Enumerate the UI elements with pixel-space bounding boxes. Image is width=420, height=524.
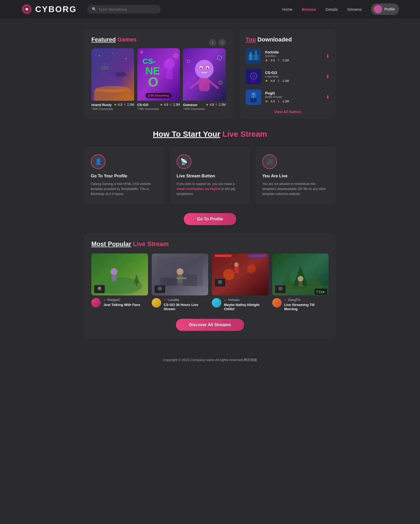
streamer-name-wrap-3: ✔ Areluwa xyxy=(224,298,269,302)
how-card-profile: 👤 Go To Your Profile Cyborg Gaming is fr… xyxy=(84,146,165,205)
td-info-fortnite: Fortnite Sandbox ★ 4.9 ⬇ 2.2M xyxy=(265,50,322,62)
nav-streams[interactable]: Streams xyxy=(347,7,362,12)
go-to-profile-button[interactable]: Go To Profile xyxy=(184,213,236,225)
how-to-title: How To Start Your Live Stream xyxy=(84,130,336,139)
carousel-next[interactable]: › xyxy=(218,39,226,46)
paypal-link[interactable]: small contribution via PayPal xyxy=(177,187,220,191)
top-downloaded-title: Top Downloaded xyxy=(246,36,330,43)
star-icon: ★ xyxy=(265,99,268,103)
view-all-games-link[interactable]: View All Games xyxy=(246,110,330,114)
game-info-island: Island Rusty 249K Downloads ★ 4.8 ⬇ 2.3M xyxy=(91,103,134,110)
how-card-title-3: You Are Live xyxy=(262,174,329,178)
svg-point-69 xyxy=(158,287,162,291)
streamer-name: Areluwa xyxy=(228,298,239,302)
stream-card-3[interactable]: ✔ Areluwa Maybe Nathej Allnight Chillin' xyxy=(212,253,269,312)
streamer-name: KenganC xyxy=(107,298,120,302)
gamezer-art xyxy=(183,48,226,101)
stream-user-4: ✔ GangTm Live Streaming Till Morning xyxy=(272,298,329,312)
how-card-stream-btn: 📡 Live Stream Button If you wish to supp… xyxy=(170,146,250,205)
download-icon: ⬇ xyxy=(123,103,126,107)
profile-button[interactable]: Profile xyxy=(371,3,399,15)
game-downloads: 249K Downloads xyxy=(137,107,159,110)
stream-meta-1: ✔ KenganC Just Talking With Fans xyxy=(103,298,148,307)
td-downloads: 2.2M xyxy=(282,100,289,103)
stream-card-1[interactable]: ✔ KenganC Just Talking With Fans xyxy=(91,253,148,312)
streamer-cam-preview xyxy=(154,285,165,293)
td-download-button[interactable]: ⬇ xyxy=(326,74,330,80)
how-title-pink: Live Stream xyxy=(222,130,267,138)
td-name: CS-GO xyxy=(265,71,322,75)
td-download-button[interactable]: ⬇ xyxy=(326,53,330,59)
search-input[interactable] xyxy=(98,7,156,12)
how-card-title-2: Live Stream Button xyxy=(177,174,244,178)
game-card-gamezer[interactable]: Gamezer 249K Downloads ★ 4.8 ⬇ 2.3M xyxy=(183,48,226,110)
td-thumb-csgo xyxy=(246,69,261,84)
profile-icon: 👤 xyxy=(95,158,102,165)
svg-point-2 xyxy=(26,8,28,10)
svg-point-89 xyxy=(278,287,282,291)
how-card-live: 🎥 You Are Live You are not allowed to re… xyxy=(255,146,336,205)
carousel-prev[interactable]: ‹ xyxy=(209,39,216,46)
nav-home[interactable]: Home xyxy=(282,7,292,12)
live-icon-wrap: 🎥 xyxy=(262,154,277,169)
svg-point-49 xyxy=(252,92,255,96)
logo[interactable]: CYBORG xyxy=(21,3,77,15)
game-card-csgo[interactable]: CS- NE O 2.4K Stream xyxy=(137,48,180,110)
svg-text:CS-: CS- xyxy=(143,57,155,65)
stream-avatar-4 xyxy=(272,298,282,308)
nav-details[interactable]: Details xyxy=(326,7,338,12)
nav-browse[interactable]: Browse xyxy=(302,7,316,12)
td-stats: ★ 4.9 ⬇ 2.2M xyxy=(265,99,322,103)
stream-meta-2: ✔ LunaMa CS-GO 36 Hours Live Stream xyxy=(164,298,208,312)
game-card-island-rusty[interactable]: Island Rusty 249K Downloads ★ 4.8 ⬇ 2.3M xyxy=(91,48,134,110)
streamer-name-wrap-1: ✔ KenganC xyxy=(103,298,148,302)
stream-avatar-3 xyxy=(212,298,221,308)
search-bar[interactable]: 🔍 xyxy=(87,5,161,14)
star-icon: ★ xyxy=(160,103,163,107)
td-downloads: 2.2M xyxy=(282,79,289,82)
main-content: Featured Games ‹ › xyxy=(84,18,336,350)
brand-name: CYBORG xyxy=(35,4,77,14)
svg-point-11 xyxy=(102,78,123,87)
td-genre: Sandbox xyxy=(265,54,322,57)
discover-all-streams-button[interactable]: Discover All Streams xyxy=(176,319,244,331)
streamer-cam-preview xyxy=(275,285,285,293)
download-icon: ⬇ xyxy=(277,79,280,83)
td-info-csgo: CS-GO Legendary ★ 4.9 ⬇ 2.2M xyxy=(265,71,322,83)
td-name: Fortnite xyxy=(265,50,322,54)
stream-meta-3: ✔ Areluwa Maybe Nathej Allnight Chillin' xyxy=(224,298,269,312)
game-rating: ★ 4.8 ⬇ 2.3M xyxy=(160,103,180,107)
download-icon: ⬇ xyxy=(169,103,172,107)
pubg-thumb-art xyxy=(246,89,261,105)
star-icon: ★ xyxy=(114,103,117,107)
game-downloads: 249K Downloads xyxy=(183,107,205,110)
td-thumb-fortnite xyxy=(246,48,261,64)
svg-point-76 xyxy=(234,262,239,267)
streams-grid: ✔ KenganC Just Talking With Fans xyxy=(91,253,329,312)
stream-thumb-4: 7:114 xyxy=(272,253,329,295)
stream-card-4[interactable]: 7:114 ✔ GangTm xyxy=(272,253,329,312)
stream-title-4: Live Streaming Till Morning xyxy=(284,303,329,312)
download-icon: ⬇ xyxy=(277,59,280,62)
how-card-text-1: Cyborg Gaming is free HTML CSS website t… xyxy=(91,182,158,197)
stream-title-1: Just Talking With Fans xyxy=(103,303,148,307)
td-genre: Battle Royale xyxy=(265,95,322,98)
stream-card-2[interactable]: ✔ LunaMa CS-GO 36 Hours Live Stream xyxy=(152,253,208,312)
stream-meta-4: ✔ GangTm Live Streaming Till Morning xyxy=(284,298,329,312)
svg-rect-19 xyxy=(166,69,172,80)
stream3-art xyxy=(212,253,269,295)
svg-point-5 xyxy=(112,53,113,54)
game-name: CS-GO xyxy=(137,103,159,107)
td-rating: 4.9 xyxy=(271,100,275,103)
svg-point-65 xyxy=(176,268,183,275)
svg-rect-74 xyxy=(249,255,266,257)
camera-icon: 🎥 xyxy=(266,158,273,165)
td-download-button[interactable]: ⬇ xyxy=(326,94,330,100)
star-icon: ★ xyxy=(265,59,268,62)
svg-point-60 xyxy=(98,287,101,289)
verified-icon: ✔ xyxy=(224,298,227,302)
streamer-name-wrap-4: ✔ GangTm xyxy=(284,298,329,302)
td-title-rest: Downloaded xyxy=(258,36,292,43)
svg-rect-45 xyxy=(250,79,257,82)
svg-point-24 xyxy=(195,60,214,78)
